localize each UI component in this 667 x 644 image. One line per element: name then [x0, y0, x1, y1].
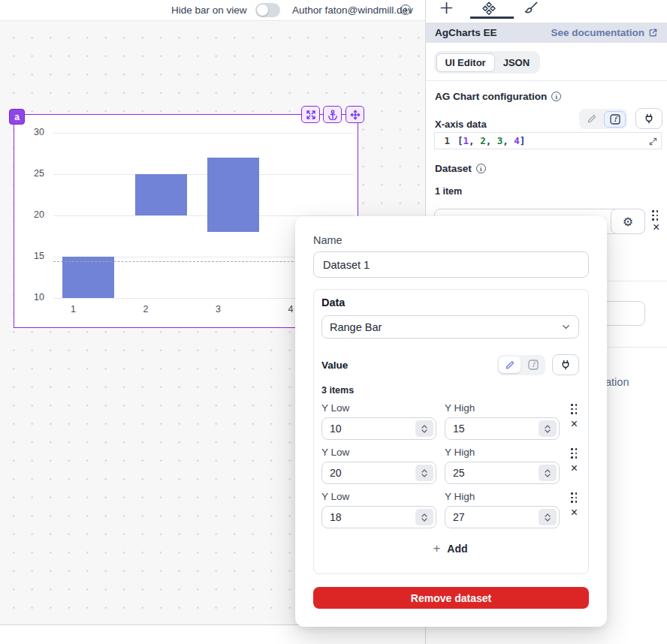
number-stepper[interactable] [415, 465, 433, 481]
paintbrush-icon [524, 1, 539, 16]
range-bar [62, 257, 114, 298]
anchor-component-button[interactable] [323, 106, 342, 123]
static-pencil-button[interactable] [499, 357, 521, 373]
row-remove-icon[interactable]: × [571, 419, 578, 429]
chevron-down-icon [545, 474, 551, 477]
config-info-icon[interactable]: i [551, 92, 561, 101]
diagonal-expand-icon [649, 137, 657, 146]
code-token: , [486, 135, 497, 146]
row-drag-handle[interactable] [571, 404, 578, 414]
y-high-label: Y High [445, 491, 560, 502]
number-stepper[interactable] [415, 420, 433, 437]
chevron-down-icon [421, 474, 427, 477]
y-axis-tick-label: 10 [14, 292, 44, 302]
partially-hidden-label: ation [605, 376, 629, 388]
chevron-up-icon [545, 513, 551, 517]
expression-f-button[interactable]: f [522, 357, 544, 373]
value-connect-button[interactable] [552, 354, 579, 375]
dataset-remove-icon[interactable]: × [653, 222, 659, 233]
y-high-label: Y High [445, 447, 560, 458]
dataset-settings-button[interactable]: ⚙ [611, 209, 645, 234]
number-stepper[interactable] [539, 420, 557, 437]
xaxis-connect-button[interactable] [635, 108, 662, 129]
y-low-label: Y Low [321, 491, 436, 502]
y-axis-tick-label: 25 [14, 168, 44, 179]
static-pencil-button[interactable] [581, 111, 602, 128]
xaxis-input-mode-toggle: f [579, 109, 627, 129]
hide-bar-toggle[interactable] [255, 3, 280, 17]
hide-bar-on-view-label: Hide bar on view [171, 5, 247, 16]
y-axis-tick-label: 20 [14, 209, 44, 220]
chevron-up-icon [545, 469, 551, 473]
value-input-mode-toggle: f [497, 355, 545, 375]
chevron-down-icon [545, 518, 551, 522]
row-drag-handle[interactable] [571, 448, 578, 459]
value-item-row: Y Low Y High [321, 491, 579, 528]
remove-dataset-button[interactable]: Remove dataset [313, 587, 589, 609]
chevron-up-icon [545, 425, 551, 429]
code-token: , [503, 135, 514, 146]
pencil-icon [587, 114, 596, 124]
code-content: [1, 2, 3, 4] [457, 135, 525, 146]
move-icon [350, 110, 361, 120]
chevron-down-icon [561, 322, 571, 332]
chevron-up-icon [421, 425, 427, 429]
expand-component-button[interactable] [301, 106, 320, 123]
tab-ui-editor[interactable]: UI Editor [436, 53, 495, 72]
number-stepper[interactable] [539, 509, 557, 525]
y-low-label: Y Low [321, 447, 436, 458]
toggle-knob [257, 5, 268, 16]
svg-text:f: f [532, 360, 536, 369]
move-component-button[interactable] [346, 106, 364, 123]
code-token: 1 [463, 135, 469, 146]
items-count-label: 3 items [321, 385, 579, 396]
plus-icon [440, 2, 453, 14]
component-id-badge: a [9, 109, 25, 125]
dataset-count-label: 1 item [435, 186, 462, 197]
name-label: Name [313, 234, 589, 246]
chart-gridline [53, 174, 354, 175]
add-item-button[interactable]: + Add [321, 541, 579, 556]
chart-gridline [53, 133, 354, 134]
number-stepper[interactable] [415, 509, 433, 525]
tab-insert-component[interactable] [440, 2, 453, 14]
range-bar [135, 174, 187, 215]
xaxis-data-label: X-axis data [435, 119, 487, 130]
active-tab-underline [470, 17, 514, 19]
row-remove-icon[interactable]: × [571, 463, 578, 474]
x-axis-tick-label: 2 [131, 304, 161, 314]
see-documentation-link[interactable]: See documentation [551, 27, 658, 38]
tab-styling[interactable] [524, 1, 539, 16]
value-header-row: Value f [321, 354, 579, 375]
dataset-name-input[interactable] [313, 251, 589, 278]
y-axis-tick-label: 15 [14, 251, 44, 261]
dataset-info-icon[interactable]: i [476, 164, 486, 173]
code-token: , [469, 135, 480, 146]
tab-json[interactable]: JSON [495, 54, 538, 71]
code-token: ] [520, 135, 526, 146]
y-high-label: Y High [445, 402, 560, 414]
row-remove-icon[interactable]: × [571, 507, 578, 518]
pencil-icon [505, 360, 515, 370]
svg-text:f: f [614, 115, 618, 123]
chevron-down-icon [421, 518, 427, 522]
xaxis-code-editor[interactable]: 1 [1, 2, 3, 4] [434, 132, 662, 149]
code-expand-button[interactable] [647, 135, 659, 147]
dataset-drag-handle[interactable] [652, 210, 659, 221]
chevron-up-icon [421, 469, 427, 473]
chart-type-select[interactable]: Range Bar [321, 315, 579, 339]
code-token: [ [457, 135, 463, 146]
value-controls: f [497, 354, 579, 375]
chevron-down-icon [545, 429, 551, 433]
number-stepper[interactable] [539, 465, 557, 481]
y-low-label: Y Low [321, 402, 436, 414]
author-info-icon[interactable]: i [400, 5, 411, 15]
tab-component-settings[interactable] [481, 1, 496, 16]
code-line-number: 1 [435, 135, 450, 146]
plug-icon [560, 360, 571, 370]
chevron-down-icon [421, 429, 427, 433]
function-icon: f [528, 360, 539, 370]
expression-f-button[interactable]: f [604, 111, 626, 128]
row-drag-handle[interactable] [571, 492, 578, 503]
value-item-row: Y Low Y High [321, 402, 579, 440]
